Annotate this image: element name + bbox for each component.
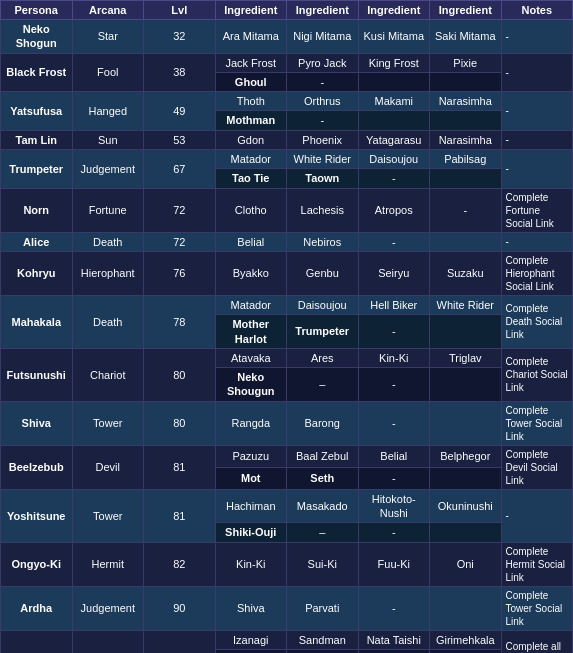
level: 76 — [144, 251, 216, 295]
ingredient-3: - — [358, 232, 430, 251]
table-row: MahakalaDeath78MatadorDaisoujouHell Bike… — [1, 295, 573, 314]
notes: - — [501, 92, 573, 131]
ingredient-4: Girimehkala — [430, 630, 502, 649]
ingredient-2: Sandman — [287, 630, 359, 649]
sub-ingredient-1: Mothman — [215, 111, 287, 130]
ingredient-2: Sui-Ki — [287, 542, 359, 586]
notes: Complete Devil Social Link — [501, 445, 573, 489]
arcana: Fortune — [72, 188, 144, 232]
arcana: Judgement — [72, 586, 144, 630]
fusion-table: Persona Arcana Lvl Ingredient Ingredient… — [0, 0, 573, 653]
table-row: Neko ShogunStar32Ara MitamaNigi MitamaKu… — [1, 20, 573, 54]
arcana: Chariot — [72, 348, 144, 401]
ingredient-1: Pazuzu — [215, 445, 287, 467]
persona-name: Shiva — [1, 401, 73, 445]
ingredient-1: Matador — [215, 295, 287, 314]
ingredient-4 — [430, 232, 502, 251]
ingredient-4: Okuninushi — [430, 489, 502, 523]
arcana: Fool — [72, 53, 144, 92]
ingredient-1: Izanagi — [215, 630, 287, 649]
sub-ingredient-3: - — [358, 368, 430, 402]
sub-ingredient-1: Neko Shougun — [215, 368, 287, 402]
ingredient-3: Kin-Ki — [358, 348, 430, 367]
sub-ingredient-1: Tao Tie — [215, 169, 287, 188]
level: 81 — [144, 489, 216, 542]
ingredient-2: Masakado — [287, 489, 359, 523]
table-row: FutsunushiChariot80AtavakaAresKin-KiTrig… — [1, 348, 573, 367]
sub-ingredient-3: Orthrus — [358, 649, 430, 653]
sub-ingredient-1: Mot — [215, 467, 287, 489]
persona-name: Beelzebub — [1, 445, 73, 489]
col-ing4: Ingredient — [430, 1, 502, 20]
arcana: Hermit — [72, 542, 144, 586]
arcana: Hierophant — [72, 251, 144, 295]
ingredient-2: Phoenix — [287, 130, 359, 149]
col-arcana: Arcana — [72, 1, 144, 20]
sub-ingredient-2: Trumpeter — [287, 315, 359, 349]
persona-name: Black Frost — [1, 53, 73, 92]
persona-name: Kohryu — [1, 251, 73, 295]
ingredient-4: Saki Mitama — [430, 20, 502, 54]
notes: Complete Tower Social Link — [501, 586, 573, 630]
level: 81 — [144, 445, 216, 489]
notes: Complete Chariot Social Link — [501, 348, 573, 401]
arcana: Judgement — [72, 150, 144, 189]
ingredient-3: Yatagarasu — [358, 130, 430, 149]
ingredient-2: Lachesis — [287, 188, 359, 232]
sub-ingredient-4 — [430, 72, 502, 91]
table-row: TrumpeterJudgement67MatadorWhite RiderDa… — [1, 150, 573, 169]
notes: Complete Hierophant Social Link — [501, 251, 573, 295]
ingredient-3: Belial — [358, 445, 430, 467]
level: 90 — [144, 586, 216, 630]
notes: - — [501, 150, 573, 189]
ingredient-3: Makami — [358, 92, 430, 111]
notes: - — [501, 20, 573, 54]
sub-ingredient-2: Okuninushi — [287, 649, 359, 653]
ingredient-4: Oni — [430, 542, 502, 586]
ingredient-4 — [430, 401, 502, 445]
ingredient-1: Atavaka — [215, 348, 287, 367]
notes: Complete Hermit Social Link — [501, 542, 573, 586]
ingredient-2: Orthrus — [287, 92, 359, 111]
table-row: ShivaTower80RangdaBarong-Complete Tower … — [1, 401, 573, 445]
arcana: Devil — [72, 445, 144, 489]
ingredient-1: Matador — [215, 150, 287, 169]
ingredient-3: Hitokoto-Nushi — [358, 489, 430, 523]
arcana: Hanged — [72, 92, 144, 131]
ingredient-3: - — [358, 401, 430, 445]
ingredient-3: Seiryu — [358, 251, 430, 295]
col-persona: Persona — [1, 1, 73, 20]
ingredient-1: Hachiman — [215, 489, 287, 523]
ingredient-4: Narasimha — [430, 130, 502, 149]
ingredient-1: Ara Mitama — [215, 20, 287, 54]
persona-name: Alice — [1, 232, 73, 251]
ingredient-4: White Rider — [430, 295, 502, 314]
persona-name: Neko Shogun — [1, 20, 73, 54]
ingredient-3: - — [358, 586, 430, 630]
level: 67 — [144, 150, 216, 189]
col-ing2: Ingredient — [287, 1, 359, 20]
notes: - — [501, 53, 573, 92]
level: 53 — [144, 130, 216, 149]
sub-ingredient-4 — [430, 368, 502, 402]
persona-name: Yoshitsune — [1, 489, 73, 542]
sub-ingredient-4 — [430, 169, 502, 188]
table-row: BeelzebubDevil81PazuzuBaal ZebulBelialBe… — [1, 445, 573, 467]
ingredient-2: Baal Zebul — [287, 445, 359, 467]
level: 72 — [144, 232, 216, 251]
level: 80 — [144, 401, 216, 445]
ingredient-4: Suzaku — [430, 251, 502, 295]
notes: - — [501, 130, 573, 149]
table-row: Ongyo-KiHermit82Kin-KiSui-KiFuu-KiOniCom… — [1, 542, 573, 586]
persona-name: Izanagi-no-Okami — [1, 630, 73, 653]
arcana: Death — [72, 295, 144, 348]
level: 38 — [144, 53, 216, 92]
ingredient-4: Narasimha — [430, 92, 502, 111]
ingredient-2: Genbu — [287, 251, 359, 295]
notes: - — [501, 232, 573, 251]
ingredient-1: Kin-Ki — [215, 542, 287, 586]
col-lvl: Lvl — [144, 1, 216, 20]
persona-name: Ardha — [1, 586, 73, 630]
notes: Complete Fortune Social Link — [501, 188, 573, 232]
notes: Complete all Social Links in a single pl… — [501, 630, 573, 653]
